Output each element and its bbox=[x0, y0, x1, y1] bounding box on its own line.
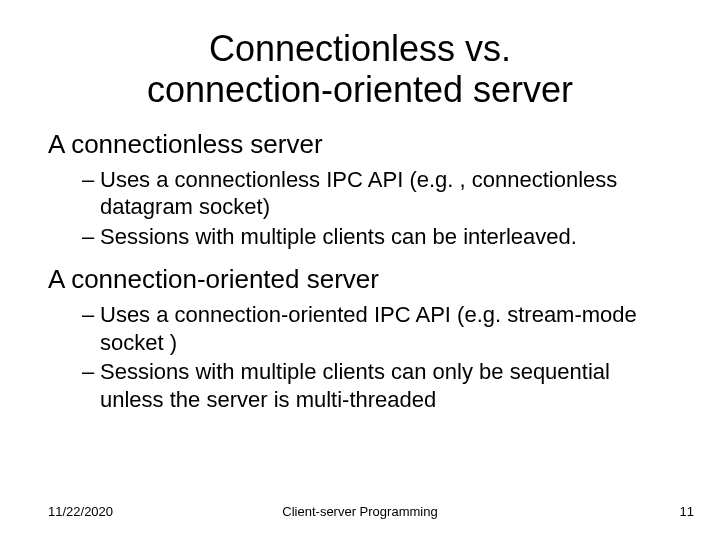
list-item: Uses a connection-oriented IPC API (e.g.… bbox=[82, 301, 672, 356]
slide: Connectionless vs. connection-oriented s… bbox=[0, 0, 720, 540]
slide-footer: 11/22/2020 Client-server Programming 11 bbox=[0, 504, 720, 524]
title-line-1: Connectionless vs. bbox=[209, 28, 511, 69]
list-item: Uses a connectionless IPC API (e.g. , co… bbox=[82, 166, 672, 221]
bullet-list-1: Uses a connectionless IPC API (e.g. , co… bbox=[48, 166, 672, 251]
list-item: Sessions with multiple clients can be in… bbox=[82, 223, 672, 251]
footer-page-number: 11 bbox=[680, 504, 694, 519]
title-line-2: connection-oriented server bbox=[147, 69, 573, 110]
slide-title: Connectionless vs. connection-oriented s… bbox=[48, 28, 672, 111]
section-heading-2: A connection-oriented server bbox=[48, 264, 672, 295]
section-heading-1: A connectionless server bbox=[48, 129, 672, 160]
footer-title: Client-server Programming bbox=[0, 504, 720, 519]
bullet-list-2: Uses a connection-oriented IPC API (e.g.… bbox=[48, 301, 672, 413]
list-item: Sessions with multiple clients can only … bbox=[82, 358, 672, 413]
